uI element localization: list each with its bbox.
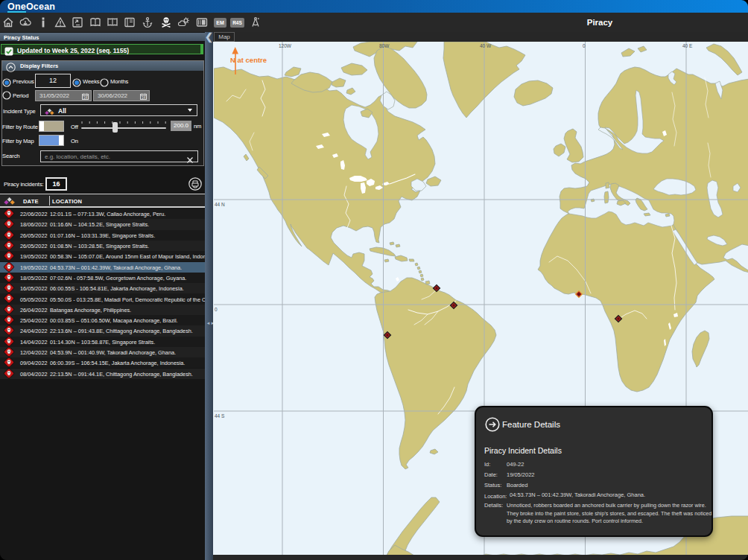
- svg-text:80W: 80W: [379, 43, 390, 48]
- svg-text:120W: 120W: [279, 43, 292, 48]
- svg-text:40 E: 40 E: [682, 43, 693, 48]
- svg-text:0: 0: [583, 43, 586, 48]
- svg-text:44 N: 44 N: [215, 202, 225, 207]
- svg-text:40 W: 40 W: [480, 43, 492, 48]
- svg-text:44 S: 44 S: [215, 413, 225, 419]
- svg-text:N at centre: N at centre: [230, 56, 267, 64]
- svg-text:14: 14: [83, 95, 88, 99]
- svg-text:14: 14: [142, 95, 146, 99]
- svg-text:0: 0: [215, 307, 218, 312]
